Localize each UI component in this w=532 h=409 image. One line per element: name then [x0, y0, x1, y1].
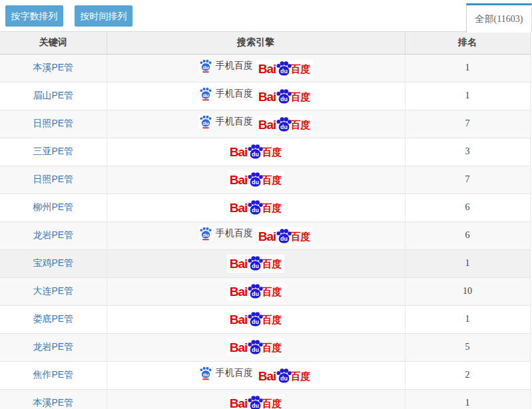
engine-cell: du 手机百度 Bai du 百度	[107, 361, 405, 389]
svg-text:du: du	[252, 263, 259, 269]
keyword-cell: 宝鸡PE管	[0, 249, 107, 277]
keyword-link[interactable]: 龙岩PE管	[33, 341, 73, 352]
mobile-baidu-label: 手机百度	[216, 116, 253, 128]
svg-text:du: du	[252, 207, 259, 213]
rank-cell: 1	[405, 389, 530, 409]
engine-cell: du 手机百度 Bai du 百度	[107, 277, 405, 305]
table-row: 宝鸡PE管 du 手机百度 Ba	[0, 249, 530, 277]
svg-text:du: du	[280, 68, 288, 74]
keyword-link[interactable]: 娄底PE管	[33, 313, 73, 324]
keyword-cell: 日照PE管	[0, 110, 107, 138]
svg-text:du: du	[202, 231, 209, 237]
baidu-logo-bai-text: Bai	[230, 257, 248, 270]
keyword-cell: 柳州PE管	[0, 194, 107, 221]
svg-text:du: du	[280, 375, 288, 382]
engine-cell: du 手机百度 Bai du 百度	[107, 221, 405, 249]
engine-cell: du 手机百度 Bai du 百度	[107, 138, 405, 166]
keyword-cell: 本溪PE管	[0, 389, 107, 409]
baidu-logo-cn-text: 百度	[262, 175, 282, 185]
rank-cell: 6	[405, 221, 530, 249]
keyword-cell: 大连PE管	[0, 277, 107, 305]
baidu-logo-bai-text: Bai	[230, 146, 248, 158]
table-row: 龙岩PE管 du 手机百度 Ba	[0, 221, 530, 249]
engine-cell: du 手机百度 Bai du 百度	[107, 110, 405, 138]
rank-cell: 7	[405, 166, 530, 194]
baidu-logo: Bai du 百度	[227, 311, 285, 329]
table-row: 焦作PE管 du 手机百度 Ba	[0, 361, 530, 389]
header-rank: 排名	[405, 32, 530, 54]
baidu-logo-bai-text: Bai	[230, 313, 248, 326]
rank-cell: 1	[405, 305, 530, 333]
rank-cell: 7	[405, 110, 530, 138]
rank-cell: 6	[405, 194, 530, 221]
mobile-baidu-label: 手机百度	[216, 367, 253, 379]
rank-cell: 1	[405, 54, 530, 82]
keyword-cell: 龙岩PE管	[0, 221, 107, 249]
table-header-row: 关键词 搜索引擎 排名	[0, 32, 530, 54]
svg-text:du: du	[280, 124, 288, 130]
keyword-cell: 眉山PE管	[0, 82, 107, 110]
keyword-link[interactable]: 龙岩PE管	[33, 229, 73, 240]
svg-text:du: du	[252, 179, 259, 186]
keyword-link[interactable]: 宝鸡PE管	[33, 257, 73, 268]
baidu-logo-bai-text: Bai	[230, 397, 248, 409]
sort-by-wordcount-button[interactable]: 按字数排列	[5, 5, 63, 27]
tab-all-label: 全部(11603)	[475, 13, 523, 25]
mobile-baidu-icon: du	[198, 226, 213, 241]
mobile-baidu-engine: du 手机百度	[198, 86, 253, 101]
baidu-logo-bai-text: Bai	[230, 202, 248, 214]
keyword-link[interactable]: 柳州PE管	[33, 202, 73, 212]
tab-all-keywords[interactable]: 全部(11603)	[466, 3, 532, 33]
keyword-link[interactable]: 焦作PE管	[33, 369, 73, 380]
mobile-baidu-label: 手机百度	[216, 227, 253, 239]
mobile-baidu-icon: du	[198, 59, 213, 73]
baidu-logo-cn-text: 百度	[262, 398, 282, 408]
table-row: 娄底PE管 du 手机百度 Ba	[0, 305, 530, 333]
baidu-logo: Bai du 百度	[256, 88, 314, 106]
svg-text:du: du	[252, 291, 259, 297]
keyword-link[interactable]: 三亚PE管	[33, 146, 73, 156]
keyword-link[interactable]: 本溪PE管	[33, 397, 73, 408]
rank-cell: 10	[405, 277, 530, 305]
baidu-logo: Bai du 百度	[227, 394, 285, 409]
keyword-link[interactable]: 大连PE管	[33, 285, 73, 296]
table-row: 眉山PE管 du 手机百度 Ba	[0, 82, 530, 110]
engine-cell: du 手机百度 Bai du 百度	[107, 54, 405, 82]
baidu-logo-cn-text: 百度	[262, 259, 282, 269]
keyword-link[interactable]: 日照PE管	[33, 118, 73, 128]
svg-text:du: du	[202, 120, 209, 126]
mobile-baidu-icon: du	[198, 114, 213, 129]
keyword-link[interactable]: 日照PE管	[33, 174, 73, 184]
baidu-logo: Bai du 百度	[227, 171, 285, 189]
engine-cell: du 手机百度 Bai du 百度	[107, 389, 405, 409]
baidu-logo-bai-text: Bai	[230, 174, 248, 186]
table-row: 大连PE管 du 手机百度 Ba	[0, 277, 530, 305]
keyword-link[interactable]: 眉山PE管	[33, 90, 73, 100]
table-row: 日照PE管 du 手机百度 Ba	[0, 166, 530, 194]
mobile-baidu-engine: du 手机百度	[198, 59, 253, 73]
engine-cell: du 手机百度 Bai du 百度	[107, 166, 405, 194]
keyword-cell: 本溪PE管	[0, 54, 107, 82]
table-body: 本溪PE管 du 手机百度 Ba	[0, 54, 530, 409]
baidu-logo-cn-text: 百度	[290, 92, 310, 102]
baidu-logo-bai-text: Bai	[258, 118, 276, 131]
sort-by-time-button[interactable]: 按时间排列	[75, 5, 133, 27]
baidu-logo-cn-text: 百度	[262, 147, 282, 157]
baidu-logo-bai-text: Bai	[258, 230, 276, 243]
keyword-link[interactable]: 本溪PE管	[33, 62, 73, 72]
svg-text:du: du	[202, 64, 209, 70]
baidu-logo: Bai du 百度	[256, 367, 314, 385]
keyword-cell: 日照PE管	[0, 166, 107, 194]
baidu-logo-bai-text: Bai	[258, 63, 276, 75]
svg-text:du: du	[252, 319, 259, 325]
table-row: 日照PE管 du 手机百度 Ba	[0, 110, 530, 138]
engine-cell: du 手机百度 Bai du 百度	[107, 333, 405, 361]
baidu-logo: Bai du 百度	[256, 227, 314, 245]
baidu-logo: Bai du 百度	[256, 116, 314, 134]
baidu-logo-cn-text: 百度	[290, 64, 310, 74]
baidu-logo: Bai du 百度	[256, 60, 314, 78]
baidu-logo-cn-text: 百度	[290, 231, 310, 241]
svg-text:du: du	[252, 402, 259, 409]
baidu-logo-cn-text: 百度	[290, 120, 310, 130]
table-row: 龙岩PE管 du 手机百度 Ba	[0, 333, 530, 361]
